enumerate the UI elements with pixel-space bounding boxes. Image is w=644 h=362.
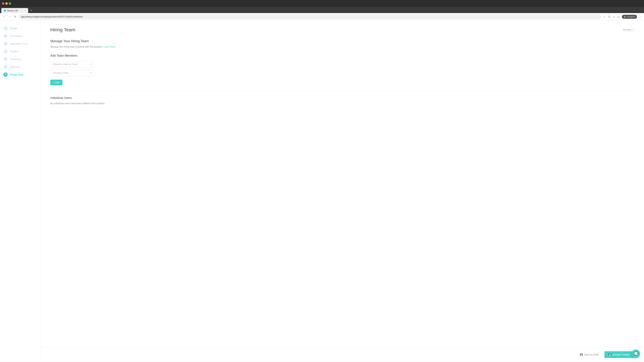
reload-button[interactable]: ↻	[14, 14, 17, 19]
add-members-title: Add Team Members	[50, 54, 634, 57]
url-bar[interactable]: app.breezy.hr/app/c/moodjoy/positions/59…	[18, 14, 601, 19]
individual-users-title: Individual Users	[50, 96, 634, 100]
window-minimize-button[interactable]	[5, 2, 8, 5]
step-circle-6: 6	[3, 65, 8, 69]
user-team-select-wrapper: Choose a User or Team ▼	[50, 61, 94, 67]
save-draft-button[interactable]: 💾 Save as Draft	[577, 352, 601, 358]
window-maximize-button[interactable]	[9, 2, 11, 5]
sidebar-item-label-3: Application Form	[10, 42, 28, 45]
step-circle-1: 1	[3, 26, 8, 30]
extensions-icon[interactable]: ☷	[608, 15, 611, 19]
new-tab-button[interactable]: +	[29, 8, 33, 13]
window-controls[interactable]	[2, 2, 11, 5]
sidebar-item-details[interactable]: 1Details	[0, 24, 40, 32]
user-team-select[interactable]: Choose a User or Team	[50, 61, 94, 67]
role-select[interactable]: Choose a Role	[50, 69, 94, 76]
sidebar-item-label-7: Hiring Team	[10, 73, 24, 76]
sidebar-item-screening[interactable]: 5Screening	[0, 55, 40, 63]
address-bar: ← → ↻ app.breezy.hr/app/c/moodjoy/positi…	[0, 13, 644, 20]
forward-button[interactable]: →	[8, 14, 12, 19]
step-circle-2: 2	[3, 34, 8, 38]
sidebar-item-label-6: Advertise	[10, 65, 20, 68]
section-divider	[50, 91, 634, 91]
activate-label: Activate Position	[613, 353, 630, 356]
split-view-icon[interactable]: ◫	[617, 15, 620, 19]
incognito-icon: 🕵	[624, 15, 626, 18]
learn-more-link[interactable]: Learn More	[104, 45, 116, 48]
sidebar-item-description[interactable]: 2Description	[0, 32, 40, 40]
external-link-icon: ↗	[632, 28, 634, 31]
activate-position-button[interactable]: 💾 Activate Position	[604, 351, 634, 358]
user-team-row: Choose a User or Team ▼	[50, 61, 634, 67]
save-draft-icon: 💾	[580, 353, 583, 356]
download-icon[interactable]: ⇓	[612, 15, 616, 19]
menu-icon[interactable]: ⋮	[638, 15, 642, 19]
sidebar-item-label-1: Details	[10, 27, 17, 30]
sidebar-item-label-5: Screening	[10, 58, 21, 60]
manage-section-title: Manage Your Hiring Team	[50, 39, 634, 43]
active-tab[interactable]: Breezy HR ×	[1, 8, 28, 13]
page-title: Hiring Team	[50, 27, 75, 32]
sidebar-item-pipeline[interactable]: 4Pipeline	[0, 48, 40, 55]
back-button[interactable]: ←	[2, 14, 6, 19]
window-close-button[interactable]	[2, 2, 4, 5]
app-layout: 1Details2Description3Application Form4Pi…	[0, 20, 644, 362]
activate-icon: 💾	[608, 353, 611, 356]
incognito-label: Incognito	[627, 15, 635, 18]
add-button[interactable]: + Add	[50, 80, 62, 85]
save-draft-label: Save as Draft	[584, 353, 598, 356]
chat-widget-button[interactable]: 💬	[632, 350, 640, 358]
tab-close-button[interactable]: ×	[25, 9, 26, 12]
sidebar-item-advertise[interactable]: 6Advertise	[0, 63, 40, 71]
role-row: Choose a Role ▼	[50, 69, 634, 76]
incognito-badge: 🕵 Incognito	[622, 15, 637, 19]
footer-actions: 💾 Save as Draft 💾 Activate Position	[40, 347, 644, 362]
step-circle-5: 5	[3, 57, 8, 61]
tab-favicon	[4, 9, 6, 12]
step-circle-3: 3	[3, 41, 8, 46]
main-content: Hiring Team Preview ↗ Manage Your Hiring…	[40, 20, 644, 347]
step-circle-4: 4	[3, 49, 8, 54]
chat-icon: 💬	[634, 352, 638, 356]
preview-link-text: Preview	[623, 28, 631, 31]
tab-bar: Breezy HR × +	[0, 7, 644, 13]
no-users-message: No individual users have been added to t…	[50, 102, 634, 105]
sidebar: 1Details2Description3Application Form4Pi…	[0, 20, 40, 362]
manage-section-desc: Manage the hiring team involved with thi…	[50, 45, 634, 49]
sidebar-item-label-4: Pipeline	[10, 50, 18, 53]
role-select-wrapper: Choose a Role ▼	[50, 69, 94, 76]
sidebar-item-label-2: Description	[10, 35, 22, 37]
browser-titlebar	[0, 0, 644, 7]
page-header: Hiring Team Preview ↗	[50, 27, 634, 32]
bookmark-icon[interactable]: ☆	[602, 15, 606, 19]
url-text: app.breezy.hr/app/c/moodjoy/positions/59…	[21, 15, 83, 18]
address-bar-icons: ☆ ☷ ⇓ ◫ 🕵 Incognito ⋮	[602, 15, 642, 19]
step-circle-7: 7	[3, 72, 8, 77]
sidebar-item-hiring-team[interactable]: 7Hiring Team	[0, 71, 40, 78]
sidebar-item-application-form[interactable]: 3Application Form	[0, 40, 40, 48]
preview-link[interactable]: Preview ↗	[623, 28, 634, 31]
tab-title: Breezy HR	[8, 9, 18, 12]
